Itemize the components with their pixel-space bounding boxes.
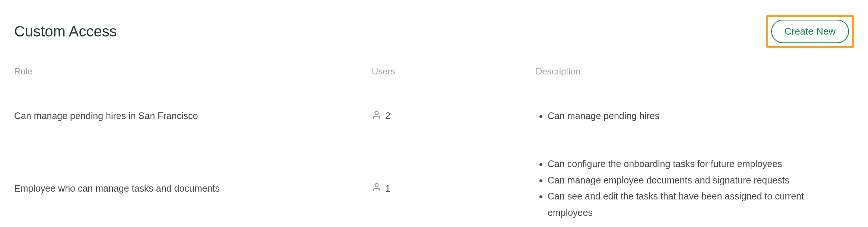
description-item: Can manage pending hires [548, 108, 854, 124]
user-count: 1 [385, 183, 390, 194]
table-header-row: Role Users Description [0, 61, 868, 92]
roles-table: Role Users Description Can manage pendin… [0, 61, 868, 227]
description-item: Can manage employee documents and signat… [548, 172, 854, 189]
description-item: Can configure the onboarding tasks for f… [548, 156, 854, 172]
description-list: Can configure the onboarding tasks for f… [536, 156, 854, 221]
description-list: Can manage pending hires [536, 108, 854, 124]
page-header: Custom Access Create New [0, 0, 868, 61]
svg-point-1 [375, 184, 378, 187]
users-cell: 1 [372, 182, 536, 194]
role-name: Employee who can manage tasks and docume… [14, 183, 220, 194]
create-new-button[interactable]: Create New [771, 20, 849, 43]
column-header-description: Description [536, 66, 854, 77]
description-item: Can see and edit the tasks that have bee… [548, 188, 854, 221]
user-icon [372, 182, 381, 194]
page-title: Custom Access [14, 23, 117, 40]
create-new-highlight: Create New [766, 15, 854, 48]
users-cell: 2 [372, 110, 536, 122]
table-row[interactable]: Can manage pending hires in San Francisc… [0, 92, 868, 140]
role-name: Can manage pending hires in San Francisc… [14, 111, 198, 121]
column-header-role: Role [14, 66, 372, 77]
column-header-users: Users [372, 66, 536, 77]
user-icon [372, 110, 381, 122]
svg-point-0 [375, 111, 378, 115]
table-row[interactable]: Employee who can manage tasks and docume… [0, 140, 868, 227]
user-count: 2 [385, 111, 390, 121]
